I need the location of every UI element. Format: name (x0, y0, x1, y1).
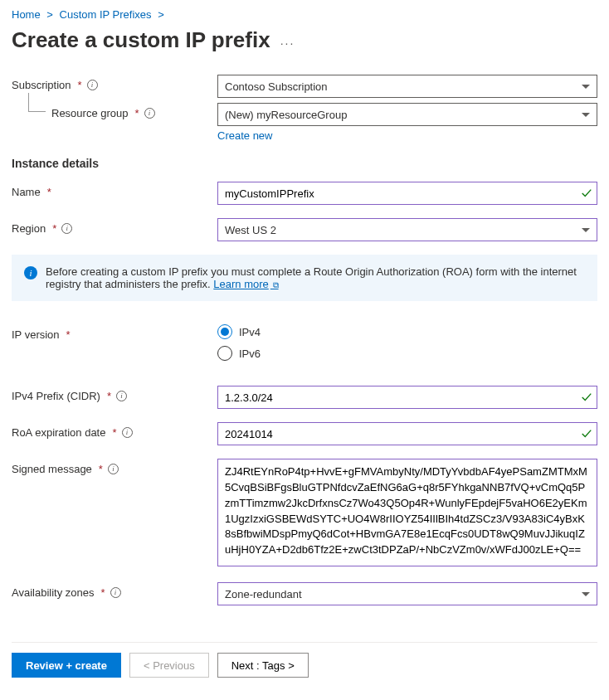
ipv4-label: IPv4 (239, 326, 261, 338)
footer-actions: Review + create < Previous Next : Tags > (12, 642, 597, 678)
resource-group-value: (New) myResourceGroup (225, 109, 347, 121)
resource-group-dropdown[interactable]: (New) myResourceGroup (217, 103, 597, 126)
chevron-down-icon (582, 113, 590, 117)
previous-button[interactable]: < Previous (129, 653, 209, 678)
breadcrumb: Home > Custom IP Prefixes > (12, 8, 597, 21)
instance-details-heading: Instance details (12, 157, 597, 170)
required-indicator: * (78, 79, 82, 91)
roa-date-label: RoA expiration date (12, 426, 105, 439)
name-input[interactable] (217, 182, 597, 205)
radio-icon (217, 346, 232, 361)
roa-date-input[interactable] (217, 422, 597, 445)
region-label: Region (12, 222, 46, 235)
chevron-down-icon (582, 85, 590, 89)
availability-zones-value: Zone-redundant (225, 588, 302, 600)
info-banner: i Before creating a custom IP prefix you… (12, 255, 597, 301)
subscription-dropdown[interactable]: Contoso Subscription (217, 75, 597, 98)
page-title: Create a custom IP prefix (12, 27, 270, 53)
subscription-label: Subscription (12, 79, 71, 91)
subscription-value: Contoso Subscription (225, 80, 328, 93)
ip-version-label: IP version (12, 328, 60, 341)
info-text: Before creating a custom IP prefix you m… (46, 265, 577, 290)
required-indicator: * (47, 186, 51, 198)
learn-more-link[interactable]: Learn more ⧉ (213, 278, 278, 290)
required-indicator: * (99, 463, 103, 475)
required-indicator: * (66, 328, 71, 341)
signed-message-input[interactable] (217, 459, 597, 566)
region-dropdown[interactable]: West US 2 (217, 218, 597, 241)
ipv4-radio[interactable]: IPv4 (217, 324, 597, 339)
info-icon[interactable]: i (110, 587, 121, 598)
info-icon[interactable]: i (116, 391, 127, 401)
chevron-right-icon: > (158, 8, 164, 21)
info-icon[interactable]: i (87, 80, 98, 90)
required-indicator: * (112, 426, 116, 439)
chevron-down-icon (582, 592, 590, 596)
chevron-down-icon (582, 228, 590, 232)
more-actions-button[interactable]: ··· (280, 36, 295, 53)
info-icon: i (24, 266, 37, 280)
required-indicator: * (52, 222, 56, 235)
breadcrumb-home[interactable]: Home (12, 8, 41, 21)
ipv4-prefix-input[interactable] (217, 386, 597, 409)
next-tags-button[interactable]: Next : Tags > (217, 653, 309, 678)
required-indicator: * (100, 586, 105, 599)
radio-icon (217, 324, 232, 339)
info-icon[interactable]: i (144, 108, 155, 119)
region-value: West US 2 (225, 224, 276, 236)
required-indicator: * (135, 107, 139, 119)
ipv6-radio[interactable]: IPv6 (217, 346, 597, 361)
ipv4-prefix-label: IPv4 Prefix (CIDR) (12, 390, 100, 402)
external-link-icon: ⧉ (270, 280, 279, 289)
review-create-button[interactable]: Review + create (12, 653, 121, 678)
info-icon[interactable]: i (61, 223, 72, 234)
create-new-link[interactable]: Create new (217, 129, 272, 142)
info-icon[interactable]: i (108, 464, 119, 474)
required-indicator: * (107, 390, 111, 402)
ipv6-label: IPv6 (239, 348, 261, 360)
breadcrumb-custom-ip-prefixes[interactable]: Custom IP Prefixes (60, 8, 152, 21)
info-icon[interactable]: i (122, 427, 133, 438)
name-label: Name (12, 186, 41, 198)
availability-zones-label: Availability zones (12, 586, 94, 599)
resource-group-label: Resource group (51, 107, 129, 119)
chevron-right-icon: > (46, 8, 53, 21)
availability-zones-dropdown[interactable]: Zone-redundant (217, 582, 597, 605)
signed-message-label: Signed message (12, 463, 92, 475)
